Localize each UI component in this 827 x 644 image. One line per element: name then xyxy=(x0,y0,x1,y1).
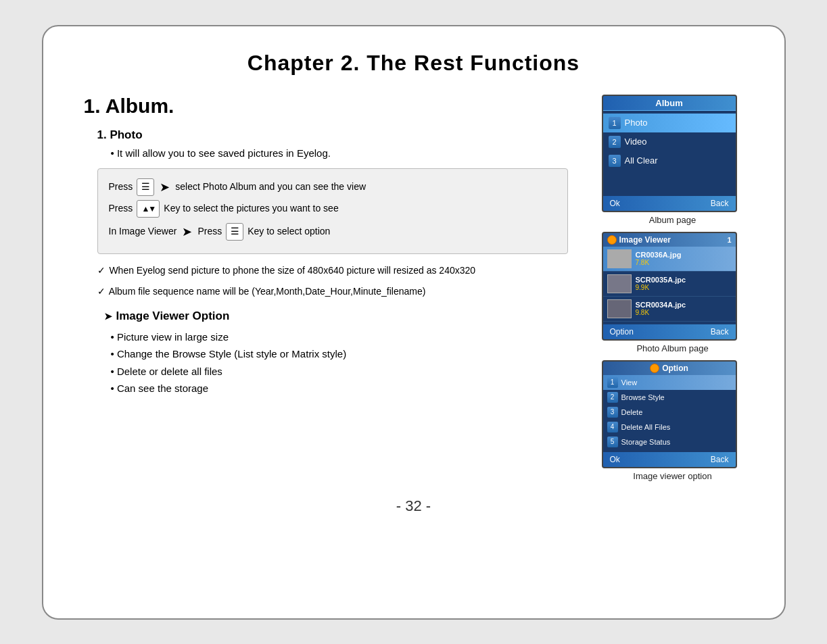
photo-thumb-1 xyxy=(607,249,632,268)
page-number: - 32 - xyxy=(84,497,744,515)
album-titlebar: Album xyxy=(603,96,736,111)
option-item-1: 1 View xyxy=(603,375,736,390)
photo-titlebar: Image Viewer 1 xyxy=(603,233,736,247)
instruction-box: Press ☰ ➤ select Photo Album and you can… xyxy=(97,168,568,254)
press-label-2: Press xyxy=(109,201,133,217)
album-bottombar: Ok Back xyxy=(603,196,736,211)
left-content: 1. Album. 1. Photo • It will allow you t… xyxy=(84,95,602,481)
option-bullet-3: Delete or delete all files xyxy=(111,363,582,380)
arrow-icon-1: ➤ xyxy=(160,177,170,198)
option-item-2: 2 Browse Style xyxy=(603,390,736,405)
photo-description: • It will allow you to see saved picture… xyxy=(111,147,582,159)
option-bullet-1: Picture view in large size xyxy=(111,328,582,346)
notes-list: When Eyelog send picture to phone the si… xyxy=(97,264,568,299)
instruction-action-2: Key to select the pictures you want to s… xyxy=(164,201,338,217)
note-item-1: When Eyelog send picture to phone the si… xyxy=(97,264,568,278)
right-content: Album 1 Photo 2 Video 3 All Clear xyxy=(602,95,744,481)
album-caption: Album page xyxy=(602,215,744,225)
updown-icon: ▲▼ xyxy=(137,200,160,218)
photo-thumb-2 xyxy=(607,274,632,293)
option-bullet-4: Can see the storage xyxy=(111,380,582,397)
photo-items: CR0036A.jpg 7.8K SCR0035A.jpc 9.9K xyxy=(603,247,736,322)
section-title: 1. Album. xyxy=(84,95,582,118)
gear-icon-2 xyxy=(650,364,659,373)
menu-icon: ☰ xyxy=(137,178,154,196)
instruction-action-3: Key to select option xyxy=(247,224,330,240)
instruction-row-2: Press ▲▼ Key to select the pictures you … xyxy=(109,200,557,218)
option-caption: Image viewer option xyxy=(602,471,744,481)
photo-item-1: CR0036A.jpg 7.8K xyxy=(603,247,736,272)
press-label-3: Press xyxy=(197,224,222,240)
album-screen-container: Album 1 Photo 2 Video 3 All Clear xyxy=(602,95,744,225)
option-bottombar: Ok Back xyxy=(603,452,736,467)
in-image-viewer-label: In Image Viewer xyxy=(109,224,177,240)
page-container: Chapter 2. The Rest Functions 1. Album. … xyxy=(42,25,786,620)
photo-item-3: SCR0034A.jpc 9.8K xyxy=(603,297,736,322)
instruction-row-1: Press ☰ ➤ select Photo Album and you can… xyxy=(109,177,557,198)
page-title: Chapter 2. The Rest Functions xyxy=(84,51,744,76)
option-titlebar: Option xyxy=(603,362,736,375)
option-items: 1 View 2 Browse Style 3 Delete 4 xyxy=(603,375,736,449)
album-screen: Album 1 Photo 2 Video 3 All Clear xyxy=(602,95,737,212)
album-item-1: 1 Photo xyxy=(603,114,736,132)
instruction-action-1: select Photo Album and you can see the v… xyxy=(175,179,366,195)
press-label-1: Press xyxy=(109,179,133,195)
album-item-2: 2 Video xyxy=(603,132,736,151)
option-bullet-2: Change the Browse Style (List style or M… xyxy=(111,345,582,363)
option-item-5: 5 Storage Status xyxy=(603,435,736,449)
arrow-icon-3: ➤ xyxy=(182,222,192,243)
photo-album-caption: Photo Album page xyxy=(602,343,744,353)
option-screen-container: Option 1 View 2 Browse Style 3 xyxy=(602,360,744,481)
note-item-2: Album file sequence name will be (Year,M… xyxy=(97,284,568,299)
content-area: 1. Album. 1. Photo • It will allow you t… xyxy=(84,95,744,481)
gear-icon xyxy=(607,235,617,245)
option-icon: ☰ xyxy=(226,223,243,241)
option-item-3: 3 Delete xyxy=(603,405,736,420)
image-viewer-option-header: Image Viewer Option xyxy=(104,309,568,323)
instruction-row-3: In Image Viewer ➤ Press ☰ Key to select … xyxy=(109,222,557,243)
option-screen: Option 1 View 2 Browse Style 3 xyxy=(602,360,737,468)
photo-album-screen: Image Viewer 1 CR0036A.jpg 7.8K xyxy=(602,232,737,341)
photo-thumb-3 xyxy=(607,299,632,318)
photo-subsection-title: 1. Photo xyxy=(97,128,582,142)
photo-item-2: SCR0035A.jpc 9.9K xyxy=(603,272,736,297)
photo-album-screen-container: Image Viewer 1 CR0036A.jpg 7.8K xyxy=(602,232,744,353)
album-item-3: 3 All Clear xyxy=(603,151,736,170)
option-item-4: 4 Delete All Files xyxy=(603,420,736,435)
photo-bottombar: Option Back xyxy=(603,324,736,339)
image-viewer-option-list: Picture view in large size Change the Br… xyxy=(111,328,582,397)
